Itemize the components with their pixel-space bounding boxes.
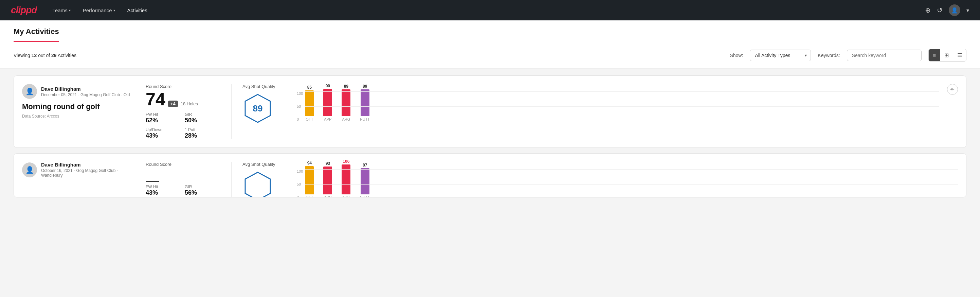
card-left-2: 👤 Dave Billingham October 16, 2021 - Gog… xyxy=(22,162,137,181)
shot-quality-section: Avg Shot Quality 89 xyxy=(242,84,283,124)
edit-button[interactable]: ✏ xyxy=(947,84,958,95)
updown-val: 43% xyxy=(146,132,181,139)
chart-col-putt-2: 87 PUTT xyxy=(360,163,370,198)
fw-hit-val: 62% xyxy=(146,117,181,124)
ott-value: 85 xyxy=(307,85,312,90)
user-info-2: Dave Billingham October 16, 2021 - Gog M… xyxy=(41,162,137,178)
keyword-search-input[interactable] xyxy=(847,50,921,61)
chart-col-ott-2: 94 OTT xyxy=(305,161,314,198)
list-detail-toggle[interactable]: ☰ xyxy=(953,49,966,61)
card-inner: 👤 Dave Billingham December 05, 2021 - Go… xyxy=(22,84,939,139)
one-putt-label: 1 Putt xyxy=(185,128,220,132)
grid-line-100 xyxy=(305,91,939,92)
viewing-text: Viewing 12 out of 29 Activities xyxy=(14,53,723,58)
arg-bar xyxy=(342,89,350,116)
score-number: 74 xyxy=(146,90,165,108)
chart-col-putt: 89 PUTT xyxy=(360,84,370,121)
nav-right: ⊕ ↺ 👤 ▾ xyxy=(925,5,969,16)
y-label-50-2: 50 xyxy=(297,182,303,186)
card-divider xyxy=(231,84,232,139)
shot-quality-section-2: Avg Shot Quality xyxy=(242,162,283,198)
gir-stat: GIR 50% xyxy=(185,112,220,124)
activities-content: 👤 Dave Billingham December 05, 2021 - Go… xyxy=(0,69,980,210)
grid-line-0 xyxy=(305,121,939,121)
user-menu-chevron-icon[interactable]: ▾ xyxy=(966,7,969,14)
show-label: Show: xyxy=(730,53,743,58)
nav-item-teams[interactable]: Teams ▾ xyxy=(48,5,75,16)
round-score-label: Round Score xyxy=(146,84,220,89)
user-date-2: October 16, 2021 - Gog Magog Golf Club -… xyxy=(41,168,137,178)
fw-hit-stat: FW Hit 62% xyxy=(146,112,181,124)
avatar-2: 👤 xyxy=(22,163,37,177)
fw-hit-stat-2: FW Hit 43% xyxy=(146,185,181,196)
grid-line-50 xyxy=(305,106,939,107)
svg-marker-1 xyxy=(245,172,270,198)
user-date: December 05, 2021 - Gog Magog Golf Club … xyxy=(41,93,130,97)
grid-toggle[interactable]: ⊞ xyxy=(940,49,953,61)
round-score-label-2: Round Score xyxy=(146,162,220,167)
card-divider-2 xyxy=(231,162,232,198)
app-value: 90 xyxy=(326,84,330,88)
y-label-0-2: 0 xyxy=(297,195,303,198)
chart-col-ott: 85 OTT xyxy=(305,85,314,121)
user-name: Dave Billingham xyxy=(41,86,130,92)
app-bar xyxy=(323,89,332,116)
hex-badge: 89 xyxy=(242,93,273,124)
activity-card: 👤 Dave Billingham December 05, 2021 - Go… xyxy=(14,75,966,148)
y-label-50: 50 xyxy=(297,104,303,109)
stat-grid-2: FW Hit 43% GIR 56% xyxy=(146,185,220,196)
putt-bar xyxy=(361,89,369,116)
gir-stat-2: GIR 56% xyxy=(185,185,220,196)
score-dash-2 xyxy=(146,168,159,182)
user-avatar[interactable]: 👤 xyxy=(949,5,960,16)
putt-value: 89 xyxy=(363,84,367,89)
activity-type-select-wrap: All Activity Types xyxy=(750,50,811,61)
y-label-100-2: 100 xyxy=(297,169,303,173)
one-putt-val: 28% xyxy=(185,132,220,139)
view-toggle-group: ≡ ⊞ ☰ xyxy=(928,49,966,62)
page-header: My Activities xyxy=(0,21,980,42)
updown-label: Up/Down xyxy=(146,128,181,132)
round-stats: Round Score 74 +4 18 Holes FW Hit 62% GI… xyxy=(146,84,220,139)
one-putt-stat: 1 Putt 28% xyxy=(185,128,220,139)
viewing-count: 12 xyxy=(32,53,37,58)
avg-sq-label: Avg Shot Quality xyxy=(242,84,275,89)
score-badge: +4 xyxy=(168,101,178,107)
user-row-2: 👤 Dave Billingham October 16, 2021 - Gog… xyxy=(22,162,137,178)
viewing-total: 29 xyxy=(51,53,57,58)
hex-badge-2 xyxy=(242,171,273,198)
arg-value: 89 xyxy=(344,84,348,89)
y-label-0: 0 xyxy=(297,117,303,121)
page-title-wrap: My Activities xyxy=(14,21,59,42)
filter-bar: Viewing 12 out of 29 Activities Show: Al… xyxy=(0,42,980,69)
add-icon[interactable]: ⊕ xyxy=(925,6,931,14)
page-title: My Activities xyxy=(14,27,59,36)
user-name-2: Dave Billingham xyxy=(41,162,137,168)
gir-label: GIR xyxy=(185,112,220,117)
user-info: Dave Billingham December 05, 2021 - Gog … xyxy=(41,86,130,97)
refresh-icon[interactable]: ↺ xyxy=(937,6,943,14)
user-icon: 👤 xyxy=(951,7,958,14)
user-row: 👤 Dave Billingham December 05, 2021 - Go… xyxy=(22,84,137,99)
brand-logo[interactable]: clippd xyxy=(11,5,37,16)
score-holes: 18 Holes xyxy=(181,101,198,106)
nav-item-performance[interactable]: Performance ▾ xyxy=(78,5,120,16)
chart-col-arg: 89 ARG xyxy=(342,84,350,121)
hex-score: 89 xyxy=(253,103,263,114)
person-icon-2: 👤 xyxy=(25,166,34,174)
chart-col-arg-2: 106 ARG xyxy=(342,159,350,198)
bar-chart: 100 50 0 85 OTT xyxy=(291,84,939,121)
chart-col-app-2: 93 APP xyxy=(323,161,332,198)
nav-item-activities[interactable]: Activities xyxy=(123,5,152,16)
score-main: 74 +4 18 Holes xyxy=(146,90,220,108)
hexagon-icon-2 xyxy=(242,171,273,198)
nav-items: Teams ▾ Performance ▾ Activities xyxy=(48,5,914,16)
ott-bar xyxy=(305,90,314,116)
y-label-100: 100 xyxy=(297,91,303,96)
activity-type-select[interactable]: All Activity Types xyxy=(750,50,811,61)
data-source: Data Source: Arccos xyxy=(22,114,137,118)
avatar: 👤 xyxy=(22,84,37,99)
updown-stat: Up/Down 43% xyxy=(146,128,181,139)
gir-val: 50% xyxy=(185,117,220,124)
list-compact-toggle[interactable]: ≡ xyxy=(929,49,940,61)
